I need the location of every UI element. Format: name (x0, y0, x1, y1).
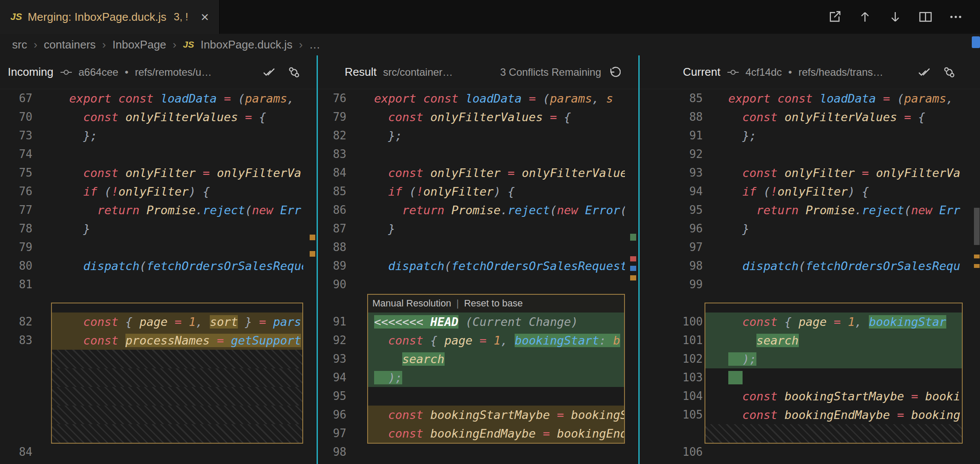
code-line[interactable]: 76 if (!onlyFilter) { (0, 182, 318, 201)
code-line[interactable]: 101 search (640, 331, 980, 350)
code-line[interactable]: 104 const bookingStartMaybe = booki (640, 387, 980, 406)
editor-sash[interactable] (317, 55, 318, 464)
more-actions-icon[interactable] (949, 10, 963, 24)
git-compare-icon[interactable] (943, 66, 956, 79)
code-text: const onlyFilter = onlyFilterValue (374, 164, 625, 182)
code-line[interactable]: 74 (0, 145, 318, 164)
git-compare-icon[interactable] (288, 66, 301, 79)
close-icon[interactable]: × (201, 10, 209, 24)
code-line[interactable]: 102 ); (640, 350, 980, 368)
code-line[interactable]: 96 const bookingStartMaybe = bookingS (318, 406, 640, 424)
code-line[interactable]: 70 const onlyFilterValues = { (0, 108, 318, 126)
code-line[interactable]: 88 (318, 238, 640, 257)
previous-conflict-icon[interactable] (858, 10, 872, 24)
code-line[interactable]: 95 (318, 387, 640, 406)
code-line[interactable]: 94 ); (318, 368, 640, 387)
code-line[interactable]: 105 const bookingEndMaybe = booking (640, 406, 980, 424)
line-number: 75 (0, 164, 32, 182)
split-editor-icon[interactable] (919, 10, 932, 24)
incoming-pane: Incoming a664cee • refs/remotes/u… (0, 55, 318, 464)
code-line[interactable]: 76export const loadData = (params, s (318, 89, 640, 108)
line-number: 80 (0, 257, 32, 275)
code-line[interactable]: 92 const { page = 1, bookingStart: b (318, 331, 640, 350)
pane-label-current: Current (683, 65, 721, 79)
code-text: if (!onlyFilter) { (374, 182, 625, 201)
code-line[interactable]: 106 (640, 443, 980, 461)
code-line[interactable]: 85export const loadData = (params, (640, 89, 980, 108)
deleted-lines-placeholder (640, 424, 980, 443)
code-line[interactable]: 93 const onlyFilter = onlyFilterVa (640, 164, 980, 182)
pane-label-incoming: Incoming (8, 65, 54, 79)
editor-sash[interactable] (638, 55, 640, 464)
code-line[interactable]: 103 (640, 368, 980, 387)
line-number: 86 (318, 201, 346, 219)
code-text: const bookingEndMaybe = booking (728, 406, 963, 424)
code-line[interactable]: 97 (640, 238, 980, 257)
code-text (69, 238, 303, 257)
code-line[interactable]: 94 if (!onlyFilter) { (640, 182, 980, 201)
breadcrumb-item[interactable]: InboxPage.duck.js (201, 38, 292, 52)
overview-ruler-mark (630, 266, 636, 271)
code-line[interactable]: 99 (640, 275, 980, 294)
code-line[interactable]: 83 (318, 145, 640, 164)
code-line[interactable]: 79 const onlyFilterValues = { (318, 108, 640, 126)
code-text: } (69, 219, 303, 238)
line-number: 87 (318, 219, 346, 238)
accept-all-changes-icon[interactable] (918, 66, 931, 79)
code-line[interactable]: 82 }; (318, 126, 640, 145)
code-line[interactable]: 91 }; (640, 126, 980, 145)
code-line[interactable]: 89 dispatch(fetchOrdersOrSalesRequest (318, 257, 640, 275)
code-line[interactable]: 85 if (!onlyFilter) { (318, 182, 640, 201)
commit-hash: 4cf14dc (746, 66, 782, 78)
scrollbar-thumb[interactable] (974, 208, 980, 245)
code-line[interactable]: 67export const loadData = (params, (0, 89, 318, 108)
breadcrumb-separator: › (102, 38, 106, 52)
code-line[interactable]: 98 (318, 443, 640, 461)
code-line[interactable]: 87 } (318, 219, 640, 238)
breadcrumb-item[interactable]: src (12, 38, 27, 52)
code-line[interactable]: 86 return Promise.reject(new Error( (318, 201, 640, 219)
code-line[interactable]: 100 const { page = 1, bookingStar (640, 313, 980, 331)
breadcrumb-separator: › (34, 38, 38, 52)
code-line[interactable]: 96 } (640, 219, 980, 238)
line-number: 70 (0, 108, 32, 126)
accept-all-changes-icon[interactable] (263, 66, 275, 79)
line-number: 79 (318, 108, 346, 126)
code-line[interactable]: 84 (0, 443, 318, 461)
line-number: 101 (640, 331, 703, 350)
code-line[interactable]: 90 (318, 275, 640, 294)
code-line[interactable]: 78 } (0, 219, 318, 238)
breadcrumb-item[interactable]: … (309, 38, 320, 52)
code-line[interactable]: 84 const onlyFilter = onlyFilterValue (318, 164, 640, 182)
code-line[interactable]: 81 (0, 275, 318, 294)
code-line[interactable]: 97 const bookingEndMaybe = bookingEnd (318, 424, 640, 443)
code-line[interactable]: 92 (640, 145, 980, 164)
next-conflict-icon[interactable] (888, 10, 902, 24)
tab-merging-file[interactable]: JS Merging: InboxPage.duck.js 3, ! × (0, 0, 220, 34)
code-line[interactable]: 91<<<<<<< HEAD (Current Change) (318, 313, 640, 331)
code-line[interactable]: 98 dispatch(fetchOrdersOrSalesRequ (640, 257, 980, 275)
code-line[interactable]: 88 const onlyFilterValues = { (640, 108, 980, 126)
code-line[interactable]: 80 dispatch(fetchOrdersOrSalesReque (0, 257, 318, 275)
code-line[interactable]: 75 const onlyFilter = onlyFilterVa (0, 164, 318, 182)
code-line[interactable]: 82 const { page = 1, sort } = pars (0, 313, 318, 331)
code-line[interactable]: 77 return Promise.reject(new Err (0, 201, 318, 219)
manual-resolution-label[interactable]: Manual Resolution (372, 298, 451, 309)
line-number: 85 (640, 89, 703, 108)
code-line[interactable]: 95 return Promise.reject(new Err (640, 201, 980, 219)
undo-icon[interactable] (608, 66, 621, 79)
code-text (69, 443, 303, 461)
code-line[interactable]: 79 (0, 238, 318, 257)
line-number: 73 (0, 126, 32, 145)
line-number: 83 (0, 331, 32, 350)
code-text: ); (728, 350, 963, 368)
line-number: 83 (318, 145, 346, 164)
open-file-icon[interactable] (828, 10, 842, 24)
breadcrumb-item[interactable]: containers (44, 38, 96, 52)
breadcrumb-item[interactable]: InboxPage (112, 38, 166, 52)
code-line[interactable]: 93 search (318, 350, 640, 368)
line-number: 97 (640, 238, 703, 257)
code-line[interactable]: 83 const processNames = getSupport (0, 331, 318, 350)
code-line[interactable]: 73 }; (0, 126, 318, 145)
reset-to-base-action[interactable]: Reset to base (464, 298, 523, 309)
